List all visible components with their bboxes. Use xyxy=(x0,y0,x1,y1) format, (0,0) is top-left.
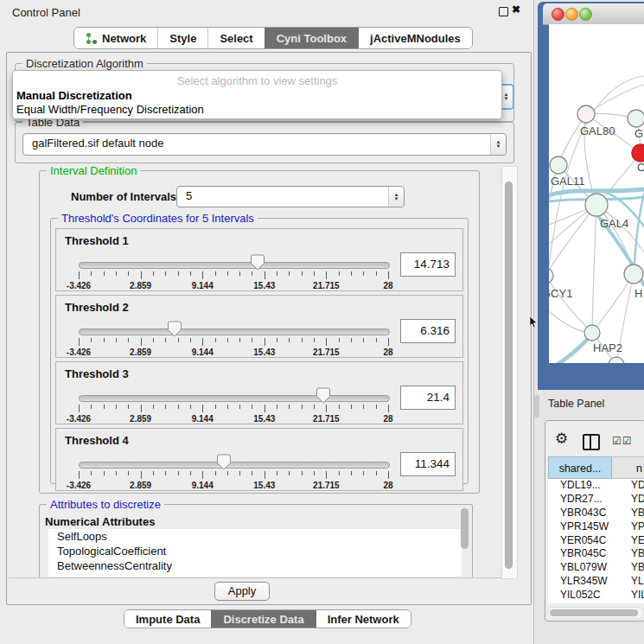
tab-discretize-data[interactable]: Discretize Data xyxy=(211,610,315,628)
threshold-value-field[interactable]: 14.713 xyxy=(400,252,456,277)
slider-thumb[interactable] xyxy=(249,254,266,271)
name-cell[interactable]: YBL0 xyxy=(624,561,644,575)
name-cell[interactable]: YLR3 xyxy=(624,575,644,589)
close-traffic-light[interactable] xyxy=(552,8,564,21)
group-title: Attributes to discretize xyxy=(47,498,164,511)
numerical-attributes-list[interactable]: SelfLoopsTopologicalCoefficientBetweenne… xyxy=(48,529,462,577)
node-label: H xyxy=(634,287,642,300)
threshold-slider[interactable]: -3.4262.8599.14415.4321.71528 xyxy=(79,429,388,490)
slider-thumb[interactable] xyxy=(315,387,332,404)
table-row[interactable]: YER054CYER0 xyxy=(548,534,644,548)
slider-thumb[interactable] xyxy=(166,321,183,337)
minimize-traffic-light[interactable] xyxy=(565,8,578,21)
threshold-row: Threshold 4 -3.4262.8599.14415.4321.7152… xyxy=(55,428,463,491)
dropdown-option-manual-discretization[interactable]: Manual Discretization xyxy=(16,89,132,102)
network-canvas[interactable]: GAL80GCGAL11GAL4GCY1HHAP2 xyxy=(549,24,644,363)
side-scrollbar-fragment[interactable] xyxy=(534,395,539,418)
slider-track[interactable] xyxy=(79,262,390,269)
apply-button[interactable]: Apply xyxy=(214,582,270,601)
tab-select[interactable]: Select xyxy=(207,28,264,48)
table-data-combobox[interactable]: galFiltered.sif default node ▲▼ xyxy=(22,133,507,156)
name-cell[interactable]: YIL0 xyxy=(624,589,644,603)
float-icon[interactable] xyxy=(499,7,508,16)
threshold-slider[interactable]: -3.4262.8599.14415.4321.71528 xyxy=(79,229,388,290)
threshold-value-field[interactable]: 11.344 xyxy=(400,452,456,476)
shared-name-cell[interactable]: YIL052C xyxy=(548,589,624,603)
network-window-titlebar[interactable] xyxy=(543,3,644,25)
network-node-c[interactable] xyxy=(632,144,644,162)
tab-label: jActiveMNodules xyxy=(370,32,461,45)
table-row[interactable]: YLR345WYLR3 xyxy=(548,575,644,589)
table-row[interactable]: YBL079WYBL0 xyxy=(548,561,644,575)
slider-track[interactable] xyxy=(79,395,390,402)
name-cell[interactable]: YDL1 xyxy=(624,479,644,493)
table-row[interactable]: YBR045CYBR0 xyxy=(548,547,644,561)
dropdown-placeholder-item[interactable]: Select algorithm to view settings xyxy=(13,74,501,87)
table-row[interactable]: YBR043CYBR0 xyxy=(548,507,644,520)
attribute-list-item[interactable]: TopologicalCoefficient xyxy=(48,544,462,558)
scrollbar-thumb[interactable] xyxy=(550,609,638,616)
node-label: HAP2 xyxy=(593,341,622,354)
shared-name-cell[interactable]: YDR27... xyxy=(548,493,624,507)
slider-track[interactable] xyxy=(79,328,390,335)
column-header-name[interactable]: n xyxy=(612,456,644,479)
network-node-gcy1[interactable] xyxy=(549,268,553,284)
table-row[interactable]: YDR27...YDR2 xyxy=(548,493,644,507)
column-header-shared-name[interactable]: shared... xyxy=(548,456,612,479)
name-cell[interactable]: YBR0 xyxy=(624,507,644,520)
table-row[interactable]: YIL052CYIL0 xyxy=(548,589,644,603)
network-node-h[interactable] xyxy=(624,265,643,284)
node-table: shared... n xyxy=(548,456,644,479)
threshold-value-field[interactable]: 6.316 xyxy=(400,319,456,343)
close-icon[interactable]: ✖ xyxy=(512,3,520,16)
table-row[interactable]: YDL19...YDL1 xyxy=(548,479,644,493)
shared-name-cell[interactable]: YBL079W xyxy=(548,561,624,575)
number-of-intervals-spinner[interactable]: 5 ▲▼ xyxy=(176,186,405,207)
main-vertical-scrollbar[interactable] xyxy=(501,166,518,579)
tab-infer-network[interactable]: Infer Network xyxy=(316,610,411,628)
scrollbar-thumb[interactable] xyxy=(505,182,513,569)
tab-jactivemnodules[interactable]: jActiveMNodules xyxy=(358,28,472,48)
tab-network[interactable]: Network xyxy=(74,28,157,48)
table-horizontal-scrollbar[interactable] xyxy=(547,607,644,619)
tab-style[interactable]: Style xyxy=(157,28,207,48)
shared-name-cell[interactable]: YBR045C xyxy=(548,547,624,561)
threshold-row: Threshold 3 -3.4262.8599.14415.4321.7152… xyxy=(55,361,463,424)
network-node-gal4[interactable] xyxy=(585,194,608,216)
table-row[interactable]: YPR145WYPR1 xyxy=(548,520,644,534)
zoom-traffic-light[interactable] xyxy=(579,8,592,21)
tab-cyni-toolbox[interactable]: Cyni Toolbox xyxy=(265,28,358,48)
slider-thumb[interactable] xyxy=(215,454,233,470)
gear-icon[interactable]: ⚙ xyxy=(555,430,568,447)
threshold-slider[interactable]: -3.4262.8599.14415.4321.71528 xyxy=(79,362,388,424)
columns-icon[interactable] xyxy=(583,434,600,450)
shared-name-cell[interactable]: YER054C xyxy=(548,534,624,548)
attribute-list-item[interactable]: BetweennessCentrality xyxy=(48,558,462,573)
name-cell[interactable]: YPR1 xyxy=(624,520,644,534)
tab-impute-data[interactable]: Impute Data xyxy=(124,610,211,628)
network-view-window: GAL80GCGAL11GAL4GCY1HHAP2 xyxy=(538,2,644,390)
cyni-toolbox-content: Discretization Algorithm ▲▼ Select algor… xyxy=(6,52,532,605)
checkbox-icons[interactable]: ☑☑ xyxy=(612,435,633,447)
threshold-row: Threshold 1 -3.4262.8599.14415.4321.7152… xyxy=(55,228,463,291)
network-node-gal80[interactable] xyxy=(577,105,595,123)
threshold-value-field[interactable]: 21.4 xyxy=(400,386,456,410)
threshold-slider[interactable]: -3.4262.8599.14415.4321.71528 xyxy=(79,296,388,357)
dropdown-option-equal-width-frequency[interactable]: Equal Width/Frequency Discretization xyxy=(16,103,204,116)
name-cell[interactable]: YER0 xyxy=(624,534,644,548)
list-scrollbar[interactable] xyxy=(461,508,469,549)
shared-name-cell[interactable]: YDL19... xyxy=(548,479,624,493)
name-cell[interactable]: YBR0 xyxy=(624,547,644,561)
combo-stepper-icon[interactable]: ▲▼ xyxy=(490,134,506,155)
spinner-stepper-icon[interactable]: ▲▼ xyxy=(388,187,404,207)
threshold-row: Threshold 2 -3.4262.8599.14415.4321.7152… xyxy=(55,295,463,358)
network-node-hap2[interactable] xyxy=(584,325,600,341)
slider-track[interactable] xyxy=(79,462,390,469)
network-node-g[interactable] xyxy=(628,110,644,127)
network-node-gal11[interactable] xyxy=(550,156,567,174)
shared-name-cell[interactable]: YPR145W xyxy=(548,520,624,534)
attribute-list-item[interactable]: SelfLoops xyxy=(48,529,462,544)
shared-name-cell[interactable]: YBR043C xyxy=(548,507,624,520)
name-cell[interactable]: YDR2 xyxy=(624,493,644,507)
shared-name-cell[interactable]: YLR345W xyxy=(548,575,624,589)
